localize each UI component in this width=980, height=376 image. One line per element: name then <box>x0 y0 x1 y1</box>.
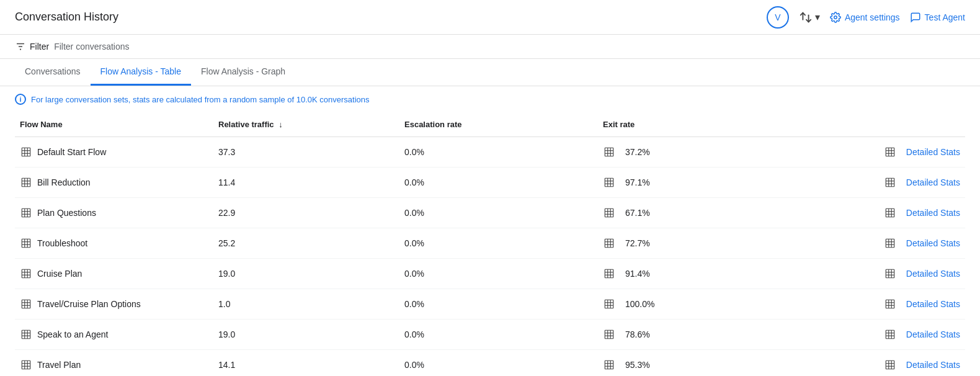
cell-actions: Detailed Stats <box>784 228 965 259</box>
table-header-row: Flow Name Relative traffic ↓ Escalation … <box>15 112 965 137</box>
cell-exit-rate: 67.1% <box>598 198 784 228</box>
avatar: V <box>767 6 789 29</box>
exit-rate-chart-icon <box>603 146 615 158</box>
col-header-actions <box>784 112 965 137</box>
svg-rect-79 <box>22 300 30 308</box>
filter-conversations-text: Filter conversations <box>54 42 129 51</box>
detailed-stats-chart-icon <box>884 328 896 341</box>
col-header-relative-traffic[interactable]: Relative traffic ↓ <box>213 112 399 137</box>
cell-escalation-rate: 0.0% <box>399 137 598 168</box>
svg-rect-114 <box>605 360 613 369</box>
info-notice: i For large conversation sets, stats are… <box>0 86 980 112</box>
cell-actions: Detailed Stats <box>784 137 965 168</box>
cell-actions: Detailed Stats <box>784 259 965 289</box>
table-chart-icon <box>20 328 32 341</box>
detailed-stats-link[interactable]: Detailed Stats <box>906 238 960 248</box>
detailed-stats-chart-icon <box>884 176 896 189</box>
exit-rate-chart-icon <box>603 298 615 310</box>
cell-exit-rate: 72.7% <box>598 228 784 259</box>
tab-flow-analysis-graph[interactable]: Flow Analysis - Graph <box>191 59 295 86</box>
svg-rect-84 <box>605 300 613 308</box>
flow-name-text: Plan Questions <box>37 208 96 218</box>
sort-button[interactable]: ▾ <box>799 11 820 24</box>
svg-rect-104 <box>886 330 894 339</box>
exit-rate-value: 91.4% <box>625 269 650 279</box>
svg-rect-54 <box>605 239 613 248</box>
filter-icon <box>15 41 26 52</box>
detailed-stats-link[interactable]: Detailed Stats <box>906 360 960 370</box>
table-chart-icon <box>20 298 32 310</box>
svg-rect-74 <box>886 269 894 278</box>
detailed-stats-chart-icon <box>884 237 896 249</box>
svg-rect-119 <box>886 360 894 369</box>
exit-rate-value: 100.0% <box>625 299 654 309</box>
svg-rect-64 <box>22 269 30 278</box>
table-chart-icon <box>20 267 32 280</box>
flow-name-text: Cruise Plan <box>37 269 82 279</box>
detailed-stats-chart-icon <box>884 207 896 219</box>
svg-rect-99 <box>605 330 613 339</box>
svg-rect-4 <box>22 148 30 156</box>
exit-rate-chart-icon <box>603 176 615 189</box>
svg-rect-39 <box>605 208 613 217</box>
app-header: Conversation History V ▾ Agent settings <box>0 0 980 35</box>
cell-exit-rate: 97.1% <box>598 168 784 198</box>
flow-analysis-table: Flow Name Relative traffic ↓ Escalation … <box>15 112 965 376</box>
table-chart-icon <box>20 359 32 371</box>
svg-rect-94 <box>22 330 30 339</box>
detailed-stats-link[interactable]: Detailed Stats <box>906 177 960 187</box>
svg-rect-89 <box>886 300 894 308</box>
cell-actions: Detailed Stats <box>784 289 965 320</box>
table-chart-icon <box>20 176 32 189</box>
exit-rate-value: 37.2% <box>625 147 650 157</box>
agent-settings-link[interactable]: Agent settings <box>830 12 900 23</box>
detailed-stats-link[interactable]: Detailed Stats <box>906 208 960 218</box>
cell-relative-traffic: 1.0 <box>213 289 399 320</box>
chat-icon <box>910 12 921 23</box>
exit-rate-value: 78.6% <box>625 329 650 339</box>
cell-relative-traffic: 19.0 <box>213 320 399 350</box>
exit-rate-chart-icon <box>603 207 615 219</box>
svg-rect-9 <box>605 148 613 156</box>
cell-escalation-rate: 0.0% <box>399 289 598 320</box>
cell-flow-name: Cruise Plan <box>15 259 213 289</box>
cell-relative-traffic: 19.0 <box>213 259 399 289</box>
agent-settings-label: Agent settings <box>845 12 900 22</box>
filter-icon-wrap: Filter <box>15 41 49 52</box>
svg-rect-44 <box>886 208 894 217</box>
detailed-stats-chart-icon <box>884 298 896 310</box>
exit-rate-chart-icon <box>603 359 615 371</box>
test-agent-link[interactable]: Test Agent <box>910 12 965 23</box>
tabs-nav: Conversations Flow Analysis - Table Flow… <box>0 59 980 86</box>
gear-icon <box>830 12 841 23</box>
tab-flow-analysis-table[interactable]: Flow Analysis - Table <box>91 59 191 86</box>
detailed-stats-chart-icon <box>884 359 896 371</box>
svg-rect-109 <box>22 360 30 369</box>
exit-rate-value: 67.1% <box>625 208 650 218</box>
cell-exit-rate: 91.4% <box>598 259 784 289</box>
info-icon: i <box>15 94 26 105</box>
detailed-stats-link[interactable]: Detailed Stats <box>906 299 960 309</box>
flow-analysis-table-wrap: Flow Name Relative traffic ↓ Escalation … <box>0 112 980 376</box>
sort-arrow-icon: ↓ <box>278 120 283 129</box>
table-row: Travel Plan 14.10.0% 95.3% <box>15 350 965 377</box>
detailed-stats-link[interactable]: Detailed Stats <box>906 329 960 339</box>
filter-label: Filter <box>30 42 49 51</box>
exit-rate-chart-icon <box>603 328 615 341</box>
cell-exit-rate: 100.0% <box>598 289 784 320</box>
cell-relative-traffic: 11.4 <box>213 168 399 198</box>
header-actions: V ▾ Agent settings Test Age <box>767 6 965 29</box>
flow-name-text: Default Start Flow <box>37 147 106 157</box>
cell-escalation-rate: 0.0% <box>399 320 598 350</box>
flow-name-text: Travel Plan <box>37 360 81 370</box>
test-agent-label: Test Agent <box>925 12 965 22</box>
table-chart-icon <box>20 207 32 219</box>
detailed-stats-link[interactable]: Detailed Stats <box>906 147 960 157</box>
exit-rate-value: 97.1% <box>625 177 650 187</box>
cell-escalation-rate: 0.0% <box>399 259 598 289</box>
tab-conversations[interactable]: Conversations <box>15 59 91 86</box>
cell-exit-rate: 78.6% <box>598 320 784 350</box>
cell-actions: Detailed Stats <box>784 198 965 228</box>
exit-rate-value: 72.7% <box>625 238 650 248</box>
detailed-stats-link[interactable]: Detailed Stats <box>906 269 960 279</box>
